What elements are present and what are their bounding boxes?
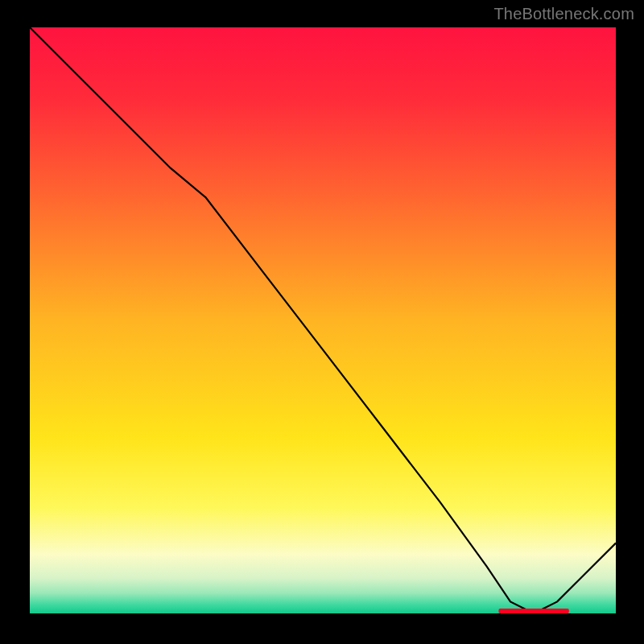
watermark-text: TheBottleneck.com <box>493 5 634 23</box>
chart-stage: TheBottleneck.com <box>0 0 644 644</box>
plot-svg <box>30 27 616 613</box>
trough-marker <box>498 609 568 613</box>
plot-area <box>30 27 616 613</box>
